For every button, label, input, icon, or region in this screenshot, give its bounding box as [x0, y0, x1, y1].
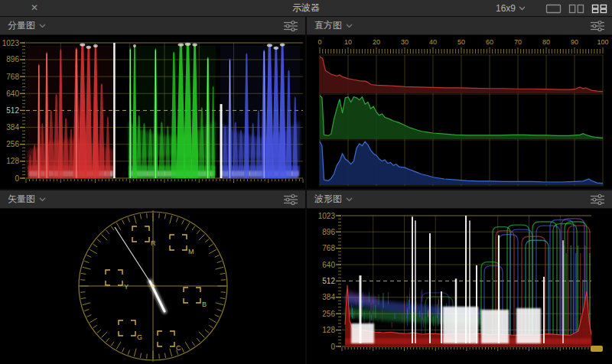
- parade-header: 分量图: [0, 17, 305, 35]
- svg-text:256: 256: [6, 140, 19, 148]
- scrollbar-handle[interactable]: [591, 346, 603, 352]
- svg-text:50: 50: [457, 38, 465, 46]
- svg-text:60: 60: [486, 38, 493, 46]
- svg-text:896: 896: [322, 228, 335, 236]
- dual-pane-layout-button[interactable]: [568, 4, 584, 14]
- svg-text:640: 640: [6, 89, 19, 98]
- svg-text:20: 20: [373, 38, 380, 46]
- single-pane-layout-button[interactable]: [545, 4, 562, 14]
- vectorscope-panel: 矢量图 RMYBGC: [0, 190, 305, 364]
- svg-text:384: 384: [322, 293, 335, 301]
- vectorscope-scope: RMYBGC: [0, 209, 305, 364]
- svg-text:0: 0: [317, 38, 321, 46]
- histogram-panel: 直方图 0102030405060708090100: [307, 17, 612, 189]
- svg-text:R: R: [151, 239, 156, 247]
- scope-settings-icon[interactable]: [283, 193, 298, 206]
- parade-scope: 10238967686405123842561280: [0, 35, 305, 189]
- svg-text:128: 128: [6, 157, 19, 165]
- svg-text:G: G: [137, 333, 142, 341]
- svg-text:128: 128: [322, 326, 335, 334]
- svg-text:80: 80: [542, 38, 550, 46]
- scope-settings-icon[interactable]: [590, 193, 605, 206]
- parade-title[interactable]: 分量图: [8, 19, 35, 32]
- svg-text:256: 256: [322, 310, 335, 318]
- svg-text:Y: Y: [124, 283, 129, 291]
- svg-text:100: 100: [597, 38, 608, 46]
- svg-text:1023: 1023: [2, 39, 20, 47]
- svg-text:384: 384: [6, 123, 19, 132]
- aspect-ratio-value: 16x9: [496, 3, 516, 14]
- waveform-panel: 波形图 10238967686405123842561280: [307, 190, 612, 364]
- svg-text:C: C: [176, 344, 181, 352]
- svg-text:M: M: [188, 248, 194, 255]
- svg-text:70: 70: [514, 38, 522, 46]
- scope-settings-icon[interactable]: [283, 20, 298, 32]
- chevron-down-icon[interactable]: [346, 24, 353, 28]
- aspect-ratio-dropdown[interactable]: 16x9: [496, 3, 526, 14]
- vectorscope-title[interactable]: 矢量图: [8, 193, 35, 206]
- svg-text:768: 768: [322, 244, 335, 252]
- histogram-title[interactable]: 直方图: [314, 19, 342, 32]
- chevron-down-icon: [519, 6, 526, 11]
- titlebar: ✕ 示波器 16x9: [0, 0, 612, 17]
- svg-text:1023: 1023: [318, 212, 336, 220]
- svg-text:B: B: [202, 301, 207, 308]
- waveform-title[interactable]: 波形图: [314, 193, 342, 206]
- histogram-scope: 0102030405060708090100: [307, 35, 612, 189]
- svg-text:0: 0: [330, 343, 335, 351]
- chevron-down-icon[interactable]: [346, 197, 353, 202]
- svg-text:30: 30: [401, 38, 409, 46]
- histogram-header: 直方图: [307, 17, 612, 35]
- chevron-down-icon[interactable]: [39, 197, 46, 202]
- vectorscope-header: 矢量图: [0, 190, 305, 209]
- close-icon[interactable]: ✕: [31, 3, 38, 12]
- scopes-window: ✕ 示波器 16x9 分量图 1023896768640512384256128…: [0, 0, 612, 364]
- svg-text:896: 896: [6, 55, 19, 63]
- quad-pane-layout-button[interactable]: [591, 4, 607, 14]
- svg-text:0: 0: [15, 174, 19, 183]
- svg-text:768: 768: [6, 73, 19, 81]
- parade-panel: 分量图 10238967686405123842561280: [0, 17, 305, 189]
- waveform-header: 波形图: [307, 190, 612, 209]
- svg-text:512: 512: [6, 106, 19, 115]
- waveform-scope: 10238967686405123842561280: [307, 209, 612, 364]
- svg-text:640: 640: [322, 261, 335, 269]
- svg-text:40: 40: [429, 38, 437, 46]
- scope-settings-icon[interactable]: [590, 20, 605, 32]
- svg-text:90: 90: [571, 38, 578, 46]
- svg-text:10: 10: [344, 38, 352, 46]
- svg-text:512: 512: [322, 277, 335, 285]
- scopes-grid: 分量图 10238967686405123842561280 直方图 01020…: [0, 17, 612, 364]
- chevron-down-icon[interactable]: [39, 24, 46, 28]
